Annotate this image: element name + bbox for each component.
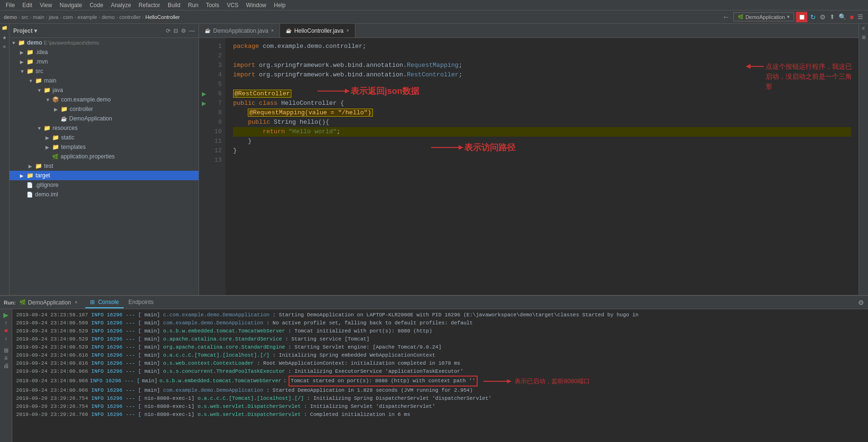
reload-button[interactable]: ↻ [809,13,817,21]
top-toolbar: demo › src › main › java › com › example… [0,10,868,24]
tree-label-resources: resources [53,125,78,131]
breadcrumb-example[interactable]: example [77,14,97,20]
tree-row-test[interactable]: ▶ 📁 test [9,161,199,171]
structure-icon[interactable]: ≡ [3,44,6,49]
breadcrumb-java[interactable]: java [49,14,58,20]
tab-hellocontroller-close[interactable]: × [346,28,349,33]
gitignore-icon: 📄 [27,182,33,188]
stop-button[interactable]: ■ [849,13,855,21]
run-tab-close[interactable]: × [75,300,78,305]
more-button[interactable]: ☰ [857,13,864,20]
run-config-selector[interactable]: 🌿 DemoApplication ▾ [733,12,794,21]
tree-label-templates: templates [61,144,86,150]
tab-demoapplication[interactable]: ☕ DemoApplication.java × [199,24,280,37]
tree-row-properties[interactable]: 🌿 application.properties [9,152,199,161]
tree-label-static: static [61,134,74,141]
tree-row-controller[interactable]: ▶ 📁 controller [9,104,199,114]
run-icon5[interactable]: 🖨 [3,362,9,369]
tree-row-demoapplication[interactable]: ☕ DemoApplication [9,114,199,123]
menu-item-refactor[interactable]: Refactor [135,2,164,9]
console-line-2: 2019-09-24 23:24:00.509 INFO 16296 --- [… [16,319,864,327]
breadcrumb-demo[interactable]: demo [4,14,17,20]
tree-row-java[interactable]: ▼ 📁 java [9,85,199,95]
tree-row-src[interactable]: ▼ 📁 src [9,66,199,76]
folder-icon-resources: 📁 [44,125,51,131]
tree-label-properties: application.properties [61,153,115,160]
tab-hellocontroller[interactable]: ☕ HelloController.java × [280,24,355,37]
run-stop-icon[interactable]: ■ [4,327,8,334]
menu-item-code[interactable]: Code [86,2,107,9]
menu-item-window[interactable]: Window [242,2,270,9]
tree-label-test: test [44,163,53,169]
run-down-icon[interactable]: ↓ [5,335,8,341]
menu-item-build[interactable]: Build [164,2,184,9]
run-button-annotation: 点这个按钮运行程序，我这已启动，没启动之前是一个三角形 [750,62,854,92]
svg-marker-1 [507,379,512,383]
menu-item-file[interactable]: File [2,2,18,9]
search-button[interactable]: 🔍 [838,13,847,20]
run-restart-icon[interactable]: ▶ [3,311,9,319]
tree-label-src: src [36,68,43,74]
collapse-icon[interactable]: ⊟ [173,28,178,34]
run-rerun-icon[interactable]: ↑ [5,320,8,326]
menu-item-vcs[interactable]: VCS [223,2,243,9]
run-tab-console[interactable]: ⊞ Console [85,297,124,308]
code-line-10: return "Hello world"; [233,127,851,137]
breadcrumb-hellocontroller[interactable]: HelloController [145,14,180,20]
breadcrumb-main[interactable]: main [33,14,45,20]
gear-icon[interactable]: ⚙ [181,28,186,34]
breadcrumb-demo2[interactable]: demo [102,14,115,20]
tree-row-iml[interactable]: 📄 demo.iml [9,190,199,199]
run-settings-icon[interactable]: ⚙ [858,299,864,306]
folder-icon-java: 📁 [44,87,51,93]
breadcrumb-com[interactable]: com [63,14,73,20]
tree-row-idea[interactable]: ▶ 📁 .idea [9,47,199,57]
menu-item-tools[interactable]: Tools [202,2,223,9]
run-button[interactable]: ⏹ [796,12,807,22]
menu-item-analyze[interactable]: Analyze [107,2,135,9]
menu-item-edit[interactable]: Edit [18,2,36,9]
tree-row-resources[interactable]: ▼ 📁 resources [9,123,199,133]
folder-icon-controller: 📁 [61,106,68,112]
run-app-name: DemoApplication [28,299,71,306]
menu-item-run[interactable]: Run [184,2,202,9]
tree-row-demo[interactable]: ▼ 📁 demo E:\javaworkspace\demo [9,38,199,47]
run-left-icons: ▶ ↑ ■ ↓ ⊞ ≡ 🖨 [0,309,12,442]
run-config-icon: 🌿 [738,14,743,19]
project-icon[interactable]: 📁 [2,26,7,31]
tab-demoapplication-label: DemoApplication.java [213,28,268,34]
breadcrumb-sep7: › [116,14,118,20]
console-line-12: 2019-09-29 23:29:26.754 INFO 16296 --- [… [16,403,864,411]
tree-row-target[interactable]: ▶ 📁 target [9,171,199,180]
breadcrumb-controller[interactable]: controller [119,14,141,20]
breadcrumb-sep3: › [45,14,47,20]
run-tab-endpoints[interactable]: Endpoints [124,297,158,308]
console-tab-label: Console [98,299,119,305]
tree-row-mvn[interactable]: ▶ 📁 .mvn [9,57,199,66]
menu-item-help[interactable]: Help [270,2,289,9]
settings-button[interactable]: ⚙ [819,13,827,21]
menu-item-navigate[interactable]: Navigate [56,2,86,9]
tree-row-templates[interactable]: ▶ 📁 templates [9,142,199,152]
run-icon3[interactable]: ⊞ [4,347,9,354]
tree-row-static[interactable]: ▶ 📁 static [9,133,199,142]
run-app-indicator: 🌿 DemoApplication × [19,299,78,306]
favorites-icon[interactable]: ★ [2,35,7,40]
tab-demoapplication-close[interactable]: × [271,28,274,33]
menu-item-view[interactable]: View [36,2,56,9]
tree-row-package[interactable]: ▼ 📦 com.example.demo [9,95,199,104]
right-icon-2[interactable]: ⊞ [862,35,866,40]
sync-icon[interactable]: ⟳ [166,28,171,34]
tab-hellocontroller-label: HelloController.java [294,28,344,34]
right-icon-1[interactable]: ≡ [862,26,865,31]
breadcrumb-src[interactable]: src [21,14,28,20]
console-output[interactable]: 2019-09-24 23:23:59.107 INFO 16296 --- [… [12,309,868,442]
tree-row-gitignore[interactable]: 📄 .gitignore [9,180,199,190]
console-line-7: 2019-09-24 23:24:00.816 INFO 16296 --- [… [16,359,864,368]
update-button[interactable]: ⬆ [829,13,836,20]
tree-row-main[interactable]: ▼ 📁 main [9,76,199,85]
run-label: Run: [4,300,16,305]
run-icon4[interactable]: ≡ [4,355,8,361]
back-button[interactable]: ← [720,13,732,21]
hide-icon[interactable]: — [189,28,195,34]
